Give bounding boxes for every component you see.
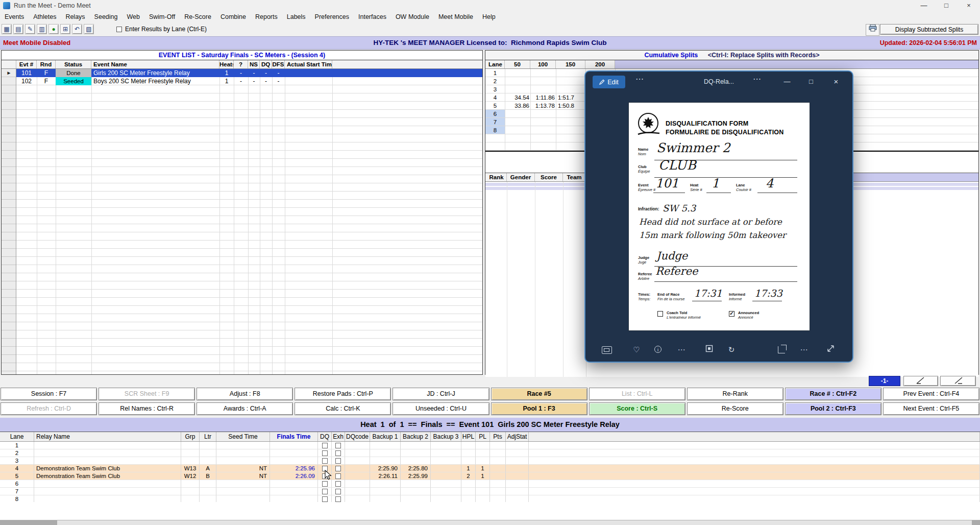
menu-relays[interactable]: Relays: [61, 11, 89, 22]
result-row-lane-6[interactable]: 6: [0, 480, 980, 488]
menu-ow-module[interactable]: OW Module: [391, 11, 434, 22]
sheet-icon[interactable]: ▥: [37, 24, 47, 34]
exh-checkbox-cell[interactable]: [332, 472, 345, 480]
jd-button[interactable]: JD : Ctrl-J: [393, 388, 489, 400]
exh-checkbox-cell[interactable]: [332, 449, 345, 457]
event-row-102[interactable]: 102 F Seeded Boys 200 SC Meter Freestyle…: [2, 77, 482, 85]
header-fill: [615, 60, 978, 68]
list-icon[interactable]: ▤: [13, 24, 23, 34]
re-score-button[interactable]: Re-Score: [687, 402, 783, 415]
menu-interfaces[interactable]: Interfaces: [354, 11, 391, 22]
signature-line: [692, 301, 722, 301]
minimize-button[interactable]: —: [913, 0, 935, 11]
next-page-button[interactable]: [940, 376, 976, 386]
toolbar: ▦ ▤ ✎ ▥ ● ⊞ ↶ ▧ Enter Results by Lane (C…: [0, 22, 980, 37]
event-row-101[interactable]: ► 101 F Done Girls 200 SC Meter Freestyl…: [2, 69, 482, 77]
print-button[interactable]: [866, 24, 879, 36]
menu-re-score[interactable]: Re-Score: [180, 11, 216, 22]
event-value: 101: [655, 176, 679, 190]
menu-reports[interactable]: Reports: [251, 11, 282, 22]
result-row-lane-2[interactable]: 2: [0, 449, 980, 457]
zoom-fit-icon[interactable]: [703, 344, 715, 355]
prev-page-button[interactable]: [903, 376, 938, 386]
edit-pencil-icon[interactable]: ✎: [25, 24, 35, 34]
grid-line: [248, 69, 249, 374]
photo-viewer-window: Edit ⋯ DQ-Rela... ⋯ — □ × DISQUALIFICATI…: [584, 70, 853, 363]
menu-athletes[interactable]: Athletes: [29, 11, 61, 22]
awards-button[interactable]: Awards : Ctrl-A: [197, 402, 293, 415]
favorite-heart-icon[interactable]: ♡: [630, 344, 643, 355]
photo-minimize-button[interactable]: —: [778, 71, 796, 92]
dq-flag: -: [260, 77, 272, 85]
photo-close-button[interactable]: ×: [827, 71, 845, 92]
list-button[interactable]: List : Ctrl-L: [589, 388, 685, 400]
split-value: 33.86: [506, 102, 529, 110]
menu-preferences[interactable]: Preferences: [310, 11, 354, 22]
split-100-header: 100: [530, 60, 556, 68]
result-row-lane-5[interactable]: 5 Demonstration Team Swim Club W12B NT2:…: [0, 472, 980, 480]
dq-checkbox-cell[interactable]: [318, 480, 332, 488]
rotate-icon[interactable]: ↻: [725, 344, 738, 355]
pool-1-button[interactable]: Pool 1 : F3: [491, 402, 587, 415]
horizontal-scrollbar[interactable]: [0, 520, 980, 525]
close-button[interactable]: ×: [958, 0, 980, 11]
restore-pads-button[interactable]: Restore Pads : Ctrl-P: [295, 388, 391, 400]
unseeded-button[interactable]: Unseeded : Ctrl-U: [393, 402, 489, 415]
result-row-lane-4[interactable]: 4 Demonstration Team Swim Club W13A NT2:…: [0, 465, 980, 472]
menu-swim-off[interactable]: Swim-Off: [144, 11, 180, 22]
calc-button[interactable]: Calc : Ctrl-K: [295, 402, 391, 415]
dq-checkbox-cell[interactable]: [318, 457, 332, 465]
rel-names-button[interactable]: Rel Names : Ctrl-R: [99, 402, 195, 415]
menu-meet-mobile[interactable]: Meet Mobile: [434, 11, 478, 22]
session-button[interactable]: Session : F7: [1, 388, 97, 400]
adjust-button[interactable]: Adjust : F8: [197, 388, 293, 400]
menu-events[interactable]: Events: [0, 11, 29, 22]
menu-web[interactable]: Web: [122, 11, 144, 22]
exh-checkbox-cell[interactable]: [332, 457, 345, 465]
result-row-lane-7[interactable]: 7: [0, 488, 980, 495]
pool-2-button[interactable]: Pool 2 : Ctrl-F3: [785, 402, 881, 415]
re-rank-button[interactable]: Re-Rank: [687, 388, 783, 400]
referee-label: RefereeArbitre: [638, 272, 652, 281]
page-indicator[interactable]: -1-: [869, 376, 900, 386]
more-options-icon[interactable]: ⋯: [753, 74, 762, 84]
dq-checkbox-cell[interactable]: [318, 442, 332, 449]
undo-icon[interactable]: ↶: [72, 24, 82, 34]
exh-checkbox-cell[interactable]: [332, 480, 345, 488]
crop-icon[interactable]: [775, 344, 788, 355]
enter-results-by-lane-checkbox[interactable]: Enter Results by Lane (Ctrl-E): [116, 26, 207, 33]
prev-event-button[interactable]: Prev Event : Ctrl-F4: [883, 388, 979, 400]
photo-maximize-button[interactable]: □: [802, 71, 820, 92]
menu-help[interactable]: Help: [478, 11, 500, 22]
menu-seeding[interactable]: Seeding: [90, 11, 122, 22]
result-row-lane-3[interactable]: 3: [0, 457, 980, 465]
timer-icon[interactable]: ●: [48, 24, 59, 34]
race-select-button[interactable]: Race # : Ctrl-F2: [785, 388, 881, 400]
scrollbar-end-block[interactable]: [972, 520, 980, 525]
more-icon[interactable]: ⋯: [675, 344, 688, 355]
dq-checkbox-cell[interactable]: [318, 449, 332, 457]
menu-labels[interactable]: Labels: [282, 11, 310, 22]
menu-combine[interactable]: Combine: [216, 11, 251, 22]
exh-checkbox-cell[interactable]: [332, 488, 345, 495]
dq-checkbox-cell[interactable]: [318, 488, 332, 495]
filmstrip-icon[interactable]: [601, 344, 613, 356]
display-subtracted-splits-button[interactable]: Display Subtracted Splits: [880, 24, 978, 35]
scrollbar-thumb[interactable]: [0, 520, 57, 525]
more-icon[interactable]: ⋯: [798, 344, 810, 355]
result-row-lane-1[interactable]: 1: [0, 442, 980, 449]
grid-icon[interactable]: ⊞: [60, 24, 70, 34]
fullscreen-icon[interactable]: [824, 344, 837, 355]
next-event-button[interactable]: Next Event : Ctrl-F5: [883, 402, 979, 415]
lane-grid-icon[interactable]: ▦: [2, 24, 12, 34]
race-number-display[interactable]: Race #5: [491, 388, 587, 400]
evt-column-header: Evt #: [16, 60, 37, 68]
maximize-button[interactable]: □: [935, 0, 958, 11]
exh-checkbox-cell[interactable]: [332, 465, 345, 472]
info-icon[interactable]: i: [652, 344, 664, 354]
event-list-header: Evt # Rnd Status Event Name Heats ? NS D…: [2, 60, 482, 69]
checkbox-box[interactable]: [116, 27, 122, 32]
report-icon[interactable]: ▧: [84, 24, 94, 34]
score-button[interactable]: Score : Ctrl-S: [589, 402, 685, 415]
exh-checkbox-cell[interactable]: [332, 442, 345, 449]
